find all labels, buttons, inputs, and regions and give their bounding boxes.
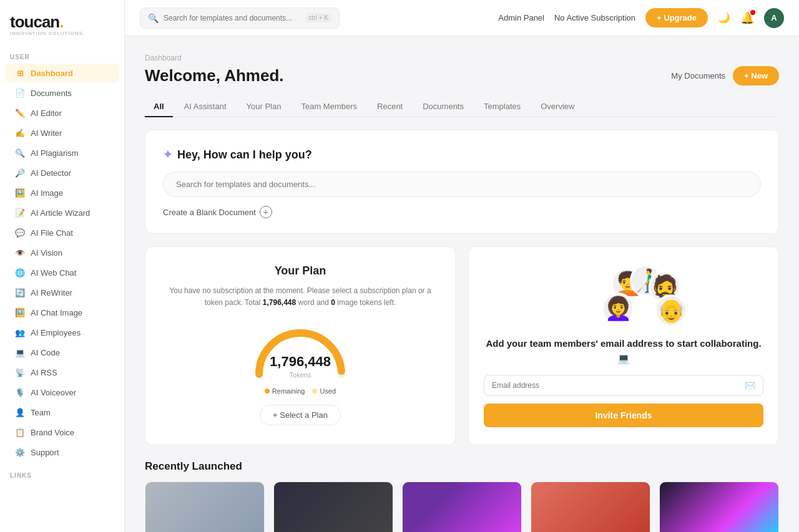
team-invite-title: Add your team members' email address to … bbox=[484, 337, 763, 366]
ai-search-input[interactable] bbox=[163, 172, 761, 197]
dark-mode-icon[interactable]: 🌙 bbox=[718, 12, 730, 24]
new-button[interactable]: + New bbox=[733, 66, 779, 85]
doc-card[interactable]: New Image Sep 6 2024 ⋮ bbox=[659, 481, 779, 533]
create-blank-doc[interactable]: Create a Blank Document + bbox=[163, 206, 761, 218]
sidebar-item-label: Team bbox=[31, 408, 51, 417]
ai-chat-image-icon: 🖼️ bbox=[15, 307, 25, 317]
sidebar-item-ai-detector[interactable]: 🔎 AI Detector bbox=[5, 163, 119, 182]
sidebar-item-label: AI Employees bbox=[31, 328, 81, 337]
sidebar-item-ai-vision[interactable]: 👁️ AI Vision bbox=[5, 243, 119, 262]
sidebar-item-label: AI File Chat bbox=[31, 228, 73, 238]
ai-detector-icon: 🔎 bbox=[15, 168, 25, 178]
doc-cards-row: New Image Sep 7 2024 ⋮ New Image Sep 7 2… bbox=[145, 481, 779, 533]
sidebar-item-label: Brand Voice bbox=[31, 428, 74, 437]
gauge-wrap: 1,796,448 Tokens bbox=[250, 320, 350, 376]
sidebar-section-user: USER bbox=[0, 49, 124, 63]
sidebar-item-label: AI Plagiarism bbox=[31, 148, 79, 158]
sidebar-item-label: AI Writer bbox=[31, 128, 62, 138]
email-icon: ✉️ bbox=[745, 380, 755, 390]
sidebar-item-team[interactable]: 👤 Team bbox=[5, 403, 119, 422]
doc-card-image-5 bbox=[660, 482, 778, 533]
logo-dot: . bbox=[59, 12, 63, 31]
sidebar-section-links: LINKS bbox=[0, 467, 124, 481]
search-input[interactable] bbox=[164, 14, 301, 22]
doc-card[interactable]: New Image Sep 6 2024 ⋮ bbox=[531, 481, 650, 533]
page-header-actions: My Documents + New bbox=[671, 66, 779, 85]
select-plan-button[interactable]: + Select a Plan bbox=[260, 405, 341, 425]
sidebar-item-ai-code[interactable]: 💻 AI Code bbox=[5, 343, 119, 362]
doc-card[interactable]: New Image Sep 7 2024 ⋮ bbox=[145, 481, 265, 533]
topbar: 🔍 ctrl + K Admin Panel No Active Subscri… bbox=[125, 0, 799, 36]
ai-editor-icon: ✏️ bbox=[15, 108, 25, 118]
sidebar-item-ai-voiceover[interactable]: 🎙️ AI Voiceover bbox=[5, 383, 119, 402]
gauge-legend: Remaining Used bbox=[265, 387, 336, 395]
team-avatars: 🧑‍🦱 👨‍🦯 🧔 👩‍🦱 👴 bbox=[567, 264, 680, 327]
sidebar-item-ai-editor[interactable]: ✏️ AI Editor bbox=[5, 104, 119, 122]
content: Dashboard Welcome, Ahmed. My Documents +… bbox=[125, 36, 799, 532]
search-shortcut: ctrl + K bbox=[306, 13, 331, 22]
admin-panel-link[interactable]: Admin Panel bbox=[498, 13, 544, 22]
page-title: Welcome, Ahmed. bbox=[145, 66, 284, 85]
support-icon: ⚙️ bbox=[15, 447, 25, 457]
sidebar-item-label: Support bbox=[31, 448, 59, 457]
doc-card-image-2 bbox=[274, 482, 393, 533]
breadcrumb: Dashboard bbox=[145, 54, 779, 62]
tab-templates[interactable]: Templates bbox=[475, 97, 529, 117]
logo-text: toucan. bbox=[10, 12, 114, 32]
tab-ai-assistant[interactable]: AI Assistant bbox=[175, 97, 235, 117]
search-bar[interactable]: 🔍 ctrl + K bbox=[140, 7, 340, 29]
plan-card: Your Plan You have no subscription at th… bbox=[145, 246, 456, 445]
sidebar-item-ai-rss[interactable]: 📡 AI RSS bbox=[5, 363, 119, 382]
sidebar-item-ai-article-wizard[interactable]: 📝 AI Article Wizard bbox=[5, 203, 119, 222]
ai-vision-icon: 👁️ bbox=[15, 248, 25, 258]
tab-overview[interactable]: Overview bbox=[532, 97, 583, 117]
sidebar-item-brand-voice[interactable]: 📋 Brand Voice bbox=[5, 423, 119, 442]
email-input[interactable] bbox=[492, 381, 740, 390]
sidebar-item-ai-file-chat[interactable]: 💬 AI File Chat bbox=[5, 223, 119, 242]
two-col-section: Your Plan You have no subscription at th… bbox=[145, 246, 779, 445]
plan-description: You have no subscription at the moment. … bbox=[160, 285, 440, 309]
plan-image-label: image tokens left. bbox=[337, 298, 396, 307]
tab-recent[interactable]: Recent bbox=[368, 97, 411, 117]
logo-word: toucan bbox=[10, 12, 59, 31]
sidebar-item-support[interactable]: ⚙️ Support bbox=[5, 443, 119, 462]
sidebar-item-ai-writer[interactable]: ✍️ AI Writer bbox=[5, 123, 119, 142]
upgrade-button[interactable]: + Upgrade bbox=[645, 8, 708, 27]
sidebar-item-label: AI Code bbox=[31, 348, 60, 357]
sidebar-item-ai-plagiarism[interactable]: 🔍 AI Plagiarism bbox=[5, 143, 119, 162]
sidebar-item-label: AI Editor bbox=[31, 109, 62, 118]
tab-your-plan[interactable]: Your Plan bbox=[238, 97, 290, 117]
sidebar-item-ai-image[interactable]: 🖼️ AI Image bbox=[5, 183, 119, 202]
tab-all[interactable]: All bbox=[145, 97, 173, 117]
ai-code-icon: 💻 bbox=[15, 347, 25, 357]
no-subscription-label: No Active Subscription bbox=[554, 13, 635, 22]
sidebar-item-ai-employees[interactable]: 👥 AI Employees bbox=[5, 323, 119, 342]
doc-card[interactable]: New Image Sep 7 2024 ⋮ bbox=[402, 481, 522, 533]
search-icon: 🔍 bbox=[148, 13, 159, 23]
sidebar-item-dashboard[interactable]: ⊞ Dashboard bbox=[5, 64, 119, 82]
my-documents-link[interactable]: My Documents bbox=[671, 71, 725, 80]
main-area: 🔍 ctrl + K Admin Panel No Active Subscri… bbox=[125, 0, 799, 532]
notifications-icon[interactable]: 🔔 bbox=[740, 11, 754, 25]
gauge-number: 1,796,448 bbox=[270, 354, 331, 370]
doc-card[interactable]: New Image Sep 7 2024 ⋮ bbox=[273, 481, 393, 533]
tab-documents[interactable]: Documents bbox=[414, 97, 473, 117]
avatar[interactable]: A bbox=[764, 8, 784, 28]
sidebar-item-ai-rewriter[interactable]: 🔄 AI ReWriter bbox=[5, 283, 119, 302]
sidebar-item-documents[interactable]: 📄 Documents bbox=[5, 84, 119, 102]
tab-team-members[interactable]: Team Members bbox=[292, 97, 366, 117]
invite-friends-button[interactable]: Invite Friends bbox=[484, 404, 763, 427]
used-legend: Used bbox=[312, 387, 336, 395]
plan-card-title: Your Plan bbox=[275, 264, 326, 278]
gauge-label: Tokens bbox=[290, 371, 311, 379]
team-card: 🧑‍🦱 👨‍🦯 🧔 👩‍🦱 👴 Add your team members' e… bbox=[468, 246, 779, 445]
plus-icon: + bbox=[260, 206, 272, 218]
team-avatar-4: 👩‍🦱 bbox=[602, 293, 634, 325]
sidebar-item-label: Dashboard bbox=[31, 69, 73, 78]
ai-assistant-card: ✦ Hey, How can I help you? Create a Blan… bbox=[145, 130, 779, 234]
logo-subtitle: Innovation Solutions bbox=[10, 31, 114, 36]
sidebar-item-ai-web-chat[interactable]: 🌐 AI Web Chat bbox=[5, 263, 119, 282]
create-blank-label: Create a Blank Document bbox=[163, 208, 256, 217]
sidebar-item-label: AI RSS bbox=[31, 368, 57, 377]
sidebar-item-ai-chat-image[interactable]: 🖼️ AI Chat Image bbox=[5, 303, 119, 322]
